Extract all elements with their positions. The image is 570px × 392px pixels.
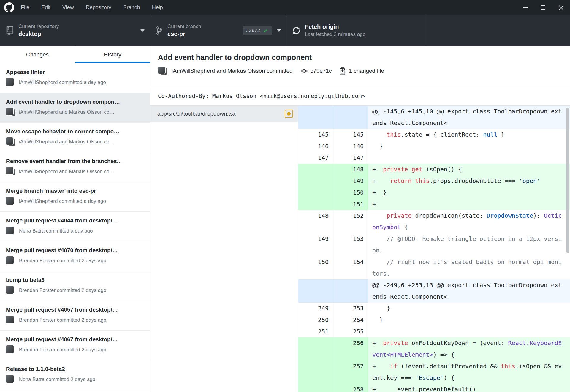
commit-list-item[interactable]: Add event handler to dropdown compon…iAm… [0, 93, 150, 123]
diff-code: @@ -145,6 +145,10 @@ export class Toolba… [368, 106, 570, 129]
committer-avatars [158, 67, 168, 75]
diff-code: + } [368, 187, 570, 198]
avatar [6, 137, 13, 145]
commit-authors: iAmWillShepherd and Markus Olsson commit… [172, 68, 293, 74]
commit-item-meta: Neha Batra committed 2 days ago [19, 377, 95, 382]
commit-list-item[interactable]: Release to 1.1.0-beta2Neha Batra committ… [0, 360, 150, 390]
diff-code: @@ -249,6 +253,13 @@ export class Toolba… [368, 279, 570, 303]
commit-list-item[interactable]: Merge pull request #4067 from desktop/…B… [0, 331, 150, 360]
avatar [6, 256, 14, 264]
tab-history[interactable]: History [75, 46, 150, 63]
pr-status-badge: #3972 [243, 26, 272, 35]
menu-help[interactable]: Help [152, 4, 163, 11]
commit-list-item[interactable]: Merge pull request #4070 from desktop/…B… [0, 241, 150, 271]
commit-list-item[interactable]: Move escape behavior to correct compo…iA… [0, 123, 150, 152]
diff-viewer: @@ -145,6 +145,10 @@ export class Toolba… [298, 106, 570, 392]
minimize-button[interactable] [517, 0, 534, 15]
commit-list-item[interactable]: Remove event handler from the branches..… [0, 152, 150, 182]
commit-item-title: bump to beta3 [6, 277, 144, 283]
current-repository-label: Current repository [18, 23, 59, 29]
commit-detail-panel: Add event handler to dropdown component … [150, 46, 570, 392]
diff-code: } [368, 314, 570, 326]
diff-code [368, 152, 570, 164]
commit-item-meta: Brendan Forster committed 2 days ago [19, 287, 106, 293]
commit-list-item[interactable]: Merge pull request #4044 from desktop/…N… [0, 212, 150, 241]
commit-item-meta: iAmWillShepherd committed a day ago [19, 80, 106, 86]
old-line-number: 250 [298, 314, 333, 326]
branch-dropdown-button[interactable]: Current branch esc-pr #3972 [150, 15, 286, 46]
diff-code: + if (!event.defaultPrevented && this.is… [368, 361, 570, 384]
tab-changes[interactable]: Changes [0, 46, 75, 63]
app-toolbar: Current repository desktop Current branc… [0, 15, 570, 46]
close-icon [559, 5, 563, 10]
minimize-icon [523, 7, 528, 8]
avatar [6, 108, 16, 117]
new-line-number: 153 [333, 233, 368, 256]
current-branch-value: esc-pr [167, 31, 201, 37]
avatar [6, 137, 16, 146]
diff-code [368, 326, 570, 337]
old-line-number: 146 [298, 140, 333, 152]
file-row[interactable]: app\src\ui\toolbar\dropdown.tsx [150, 106, 298, 122]
old-line-number: 249 [298, 303, 333, 314]
commit-list-item[interactable]: bump to beta3Brendan Forster committed 2… [0, 271, 150, 301]
commit-history-list: Appease linteriAmWillShepherd committed … [0, 63, 150, 392]
close-button[interactable] [552, 0, 570, 15]
git-branch-icon [156, 26, 163, 35]
diff-scrollbar-thumb[interactable] [566, 108, 569, 253]
git-commit-icon [300, 67, 308, 75]
commit-item-title: Merge pull request #4067 from desktop/… [6, 336, 144, 343]
new-line-number: 257 [333, 361, 368, 384]
commit-sha[interactable]: c79e71c [311, 68, 332, 74]
old-line-number [298, 187, 333, 198]
avatar [6, 256, 16, 265]
new-line-number: 152 [333, 210, 368, 233]
diff-code: } [368, 303, 570, 314]
old-line-number [298, 164, 333, 175]
menu-view[interactable]: View [62, 4, 74, 11]
fetch-origin-title: Fetch origin [305, 23, 365, 30]
toolbar-empty-area [425, 15, 570, 46]
old-line-number [298, 175, 333, 187]
diff-context-line: 251255 [298, 326, 570, 337]
avatar [158, 67, 165, 74]
diff-added-line: 151+ [298, 198, 570, 210]
commit-item-title: Add event handler to dropdown compon… [6, 99, 144, 105]
commit-item-title: Release to 1.1.0-beta2 [6, 366, 144, 372]
avatar [6, 167, 13, 174]
diff-context-line: 249253 } [298, 303, 570, 314]
menu-edit[interactable]: Edit [41, 4, 50, 11]
commit-list-item[interactable]: Appease linteriAmWillShepherd committed … [0, 63, 150, 93]
avatar [6, 197, 14, 205]
current-repository-value: desktop [18, 31, 59, 37]
diff-context-line: 250254 } [298, 314, 570, 326]
maximize-icon [541, 5, 545, 10]
commit-item-title: Remove event handler from the branches.. [6, 158, 144, 165]
menu-repository[interactable]: Repository [86, 4, 111, 11]
chevron-down-icon [140, 29, 145, 32]
menu-file[interactable]: File [21, 4, 29, 11]
maximize-button[interactable] [534, 0, 552, 15]
commit-item-meta: Brendan Forster committed 2 days ago [19, 258, 106, 264]
pr-number: #3972 [246, 28, 260, 34]
avatar [6, 197, 16, 206]
sidebar: ChangesHistory Appease linteriAmWillShep… [0, 46, 150, 392]
commit-list-item[interactable]: Merge pull request #4057 from desktop/…B… [0, 301, 150, 331]
avatar [6, 286, 16, 295]
new-line-number: 146 [333, 140, 368, 152]
repository-dropdown-button[interactable]: Current repository desktop [0, 15, 150, 46]
commit-item-title: Merge pull request #4044 from desktop/… [6, 217, 144, 224]
menu-branch[interactable]: Branch [123, 4, 140, 11]
commit-title: Add event handler to dropdown component [158, 53, 570, 62]
commit-item-meta: Neha Batra committed a day ago [19, 228, 93, 234]
diff-context-line: 146146 } [298, 140, 570, 152]
new-line-number: 147 [333, 152, 368, 164]
github-logo-icon [4, 2, 14, 12]
fetch-origin-button[interactable]: Fetch origin Last fetched 2 minutes ago [286, 15, 425, 46]
diff-code: + [368, 198, 570, 210]
new-line-number: 148 [333, 164, 368, 175]
old-line-number: 147 [298, 152, 333, 164]
diff-added-line: 256+ private onFoldoutKeyDown = (event: … [298, 337, 570, 361]
commit-list-item[interactable]: Merge branch 'master' into esc-priAmWill… [0, 182, 150, 212]
diff-added-line: 148+ private get isOpen() { [298, 164, 570, 175]
